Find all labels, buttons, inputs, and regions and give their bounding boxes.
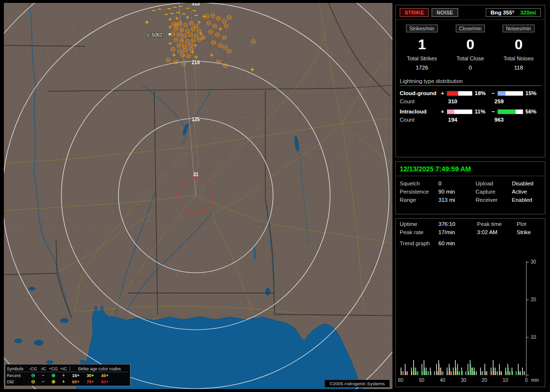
- cloud-ground-count-row: Count 310 259: [396, 96, 545, 104]
- legend-col-nic: -IC: [38, 366, 48, 371]
- uptime-value: 376:10: [438, 221, 477, 227]
- legend-col-ncg: -CG: [28, 366, 38, 371]
- receiver-value: Enabled: [512, 197, 532, 203]
- legend-row-label: Old: [7, 379, 28, 384]
- noises-per-min-header: Noises/min: [503, 25, 535, 32]
- rate-columns: Strikes/min 1 Total Strikes 1726 Close/m…: [396, 20, 545, 70]
- legend-age-code: 15+: [69, 373, 83, 378]
- peak-rate-value: 17/min: [438, 229, 477, 235]
- legend-age-code: 90+: [98, 379, 112, 384]
- noises-per-min-column: Noises/min 0 Total Noises 118: [494, 25, 543, 70]
- cloud-ground-label: Cloud-ground: [400, 90, 438, 96]
- svg-text:30: 30: [461, 378, 466, 383]
- mode-toolbar: STRIKE NOISE Bng 355° 320mi: [396, 5, 545, 20]
- svg-text:60: 60: [398, 378, 404, 383]
- ic-positive-count: 194: [448, 117, 494, 123]
- svg-text:min: min: [531, 378, 539, 383]
- legend-symbol: +: [58, 379, 69, 384]
- bearing-range: 320mi: [520, 10, 536, 15]
- svg-text:219: 219: [192, 60, 200, 65]
- legend-symbols-title: Symbols: [7, 366, 28, 371]
- legend-age-code: 45+: [98, 373, 112, 378]
- minus-sign: −: [491, 90, 495, 96]
- trend-graph-label: Trend graph: [400, 240, 438, 246]
- info-row-1: Uptime 376:10 Peak time Plot: [396, 219, 545, 227]
- svg-text:0: 0: [525, 378, 528, 383]
- legend-symbol: −: [38, 373, 48, 378]
- trend-graph-value: 60 min: [438, 240, 477, 246]
- persistence-value: 90 min: [438, 189, 476, 195]
- persistence-label: Persistence: [400, 189, 438, 195]
- cg-positive-bar: [447, 91, 473, 96]
- status-row-squelch: Squelch 0 Upload Disabled: [396, 178, 545, 186]
- divider: [396, 176, 545, 176]
- info-row-3: Trend graph 60 min: [396, 238, 545, 246]
- system-status-box: 12/13/2025 7:49:59 AM Squelch 0 Upload D…: [395, 161, 545, 214]
- svg-text:31: 31: [193, 172, 199, 177]
- legend-col-pic: +IC: [58, 366, 69, 371]
- minus-sign: −: [491, 109, 495, 114]
- peak-time-label: Peak time: [477, 221, 517, 227]
- cg-positive-count: 310: [448, 98, 494, 104]
- cg-negative-count: 259: [494, 98, 504, 104]
- count-label: Count: [400, 117, 448, 123]
- status-row-range: Range 313 mi Receiver Enabled: [396, 195, 545, 203]
- close-per-min-value: 0: [446, 36, 494, 53]
- plot-label: Plot: [517, 221, 526, 227]
- cg-positive-pct: 18%: [475, 90, 489, 96]
- strikes-per-min-value: 1: [398, 36, 446, 53]
- svg-text:20: 20: [482, 378, 488, 383]
- receiver-label: Receiver: [476, 197, 512, 203]
- total-noises-label: Total Noises: [494, 56, 543, 61]
- noise-button[interactable]: NOISE: [432, 8, 458, 17]
- capture-value: Active: [512, 189, 527, 195]
- strikes-per-min-header: Strikes/min: [406, 25, 438, 32]
- bearing-label: Bng 355°: [491, 10, 514, 15]
- squelch-label: Squelch: [400, 181, 438, 186]
- trend-box: Uptime 376:10 Peak time Plot Peak rate 1…: [395, 218, 545, 387]
- range-value: 313 mi: [438, 197, 476, 203]
- strike-button[interactable]: STRIKE: [400, 8, 429, 17]
- legend-age-code: 60+: [69, 379, 83, 384]
- total-noises-value: 118: [494, 65, 543, 70]
- svg-text:10: 10: [503, 378, 508, 383]
- legend-age-code: 30+: [83, 373, 98, 378]
- strike-stats-box: STRIKE NOISE Bng 355° 320mi Strikes/min …: [395, 5, 545, 157]
- status-row-persistence: Persistence 90 min Capture Active: [396, 186, 545, 195]
- svg-text:40: 40: [440, 378, 446, 383]
- uptime-label: Uptime: [400, 221, 438, 227]
- squelch-value: 0: [438, 181, 476, 186]
- upload-value: Disabled: [512, 181, 534, 186]
- total-close-value: 0: [446, 65, 494, 70]
- legend-rows: Recent⊖−⊕+15+30+45+Old⊖−⊕+60+75+90+: [7, 372, 129, 385]
- svg-text:313: 313: [192, 3, 200, 6]
- cg-negative-bar: [497, 91, 523, 96]
- legend-age-title: Strike age color codes: [70, 366, 129, 371]
- close-per-min-header: Close/min: [456, 25, 485, 32]
- strikes-per-min-column: Strikes/min 1 Total Strikes 1726: [398, 25, 446, 70]
- copyright-label: ©2005 Astrogenic Systems: [325, 380, 390, 387]
- plus-sign: +: [440, 90, 445, 96]
- legend-age-code: 75+: [83, 379, 98, 384]
- upload-label: Upload: [476, 181, 512, 186]
- distribution-title: Lightning type distribution: [400, 78, 541, 86]
- legend-col-pcg: +CG: [48, 366, 58, 371]
- legend-symbol: ⊖: [28, 373, 38, 378]
- intracloud-row: Intracloud + 11% − 56%: [396, 104, 545, 114]
- close-per-min-column: Close/min 0 Total Close 0: [446, 25, 494, 70]
- svg-text:30: 30: [531, 259, 536, 265]
- map-legend: Symbols -CG -IC +CG +IC Strike age color…: [5, 364, 130, 386]
- peak-time-value: 3:02 AM: [477, 229, 517, 235]
- capture-label: Capture: [476, 189, 512, 195]
- status-panel: STRIKE NOISE Bng 355° 320mi Strikes/min …: [395, 0, 546, 392]
- legend-symbol: ⊖: [28, 379, 38, 384]
- svg-text:10: 10: [531, 335, 536, 340]
- plus-sign: +: [440, 109, 445, 114]
- intracloud-count-row: Count 194 963: [396, 114, 545, 123]
- plot-value: Strike: [517, 229, 531, 235]
- ic-positive-pct: 11%: [475, 109, 489, 114]
- svg-text:20: 20: [531, 297, 536, 302]
- map-canvas[interactable]: 12521931331L-5062: [4, 3, 392, 389]
- lightning-map[interactable]: 12521931331L-5062 Symbols -CG -IC +CG +I…: [4, 3, 392, 389]
- info-row-2: Peak rate 17/min 3:02 AM Strike: [396, 227, 545, 235]
